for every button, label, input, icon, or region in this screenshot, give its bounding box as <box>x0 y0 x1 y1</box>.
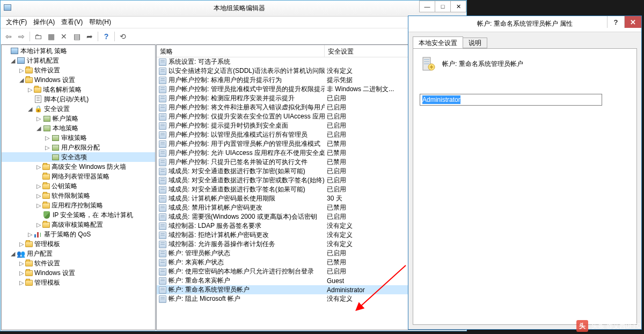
script-icon <box>35 95 41 103</box>
prop-header-row: 帐户: 重命名系统管理员帐户 <box>420 55 630 72</box>
tree-ip-security[interactable]: IP 安全策略，在 本地计算机 <box>2 210 155 220</box>
policy-name: 用户帐户控制: 将文件和注册表写入错误虚拟化到每用户位置 <box>169 103 325 112</box>
tree-adv-audit[interactable]: ▷高级审核策略配置 <box>2 220 155 229</box>
policy-name: 以安全描述符定义语言(SDDL)语法表示的计算机访问限制 <box>169 66 325 76</box>
details-button[interactable]: ▦ <box>45 31 57 42</box>
tree-software-settings[interactable]: ▷软件设置 <box>2 65 155 75</box>
tree-account-policy[interactable]: ▷帐户策略 <box>2 114 155 123</box>
tree-user-rights[interactable]: ▷用户权限分配 <box>2 143 155 152</box>
tree-dns-policy[interactable]: ▷域名解析策略 <box>2 85 155 94</box>
tree-security-options[interactable]: 安全选项 <box>2 152 155 162</box>
tab-explain[interactable]: 说明 <box>463 38 487 48</box>
policy-icon <box>159 268 166 276</box>
tree-security-settings[interactable]: ◢🔒安全设置 <box>2 104 155 114</box>
policy-icon <box>159 250 166 257</box>
folder-icon <box>42 164 50 170</box>
folder-icon <box>42 174 50 180</box>
tab-local-security[interactable]: 本地安全设置 <box>413 36 463 48</box>
people-icon: 👥 <box>17 249 25 258</box>
tree-label: 网络列表管理器策略 <box>52 172 109 181</box>
tree-user-config[interactable]: ◢👥用户配置 <box>2 249 155 258</box>
tree-label: 高级安全 Windows 防火墙 <box>52 162 126 172</box>
book-icon <box>52 145 59 151</box>
close-button[interactable]: ✕ <box>450 1 466 12</box>
tree-app-control[interactable]: ▷应用程序控制策略 <box>2 201 155 210</box>
prop-titlebar[interactable]: 帐户: 重命名系统管理员帐户 属性 ? ✕ <box>408 16 641 32</box>
tree-netlist-mgr[interactable]: 网络列表管理器策略 <box>2 172 155 181</box>
tree-user-admin[interactable]: ▷管理模板 <box>2 278 155 287</box>
tree-root[interactable]: 本地计算机 策略 <box>2 46 155 56</box>
policy-name: 系统设置: 可选子系统 <box>169 57 230 66</box>
tree-soft-restrict[interactable]: ▷软件限制策略 <box>2 191 155 201</box>
policy-icon <box>159 186 166 194</box>
tree-audit-policy[interactable]: ▷审核策略 <box>2 133 155 143</box>
admin-name-input[interactable]: Administrator <box>420 94 602 106</box>
prop-close-button[interactable]: ✕ <box>624 16 641 28</box>
gpedit-main-window: 本地组策略编辑器 — □ ✕ 文件(F) 操作(A) 查看(V) 帮助(H) ⇦… <box>0 0 467 331</box>
policy-icon <box>159 195 166 203</box>
policy-icon <box>159 204 166 212</box>
folder-icon <box>25 270 33 276</box>
input-selection: Administrator <box>422 95 460 104</box>
book-icon <box>52 135 59 141</box>
policy-name: 用户帐户控制: 仅提升安装在安全位置的 UIAccess 应用程序 <box>169 112 325 121</box>
tree-windows-settings[interactable]: ◢Windows 设置 <box>2 75 155 85</box>
policy-name: 域控制器: 拒绝计算机帐户密码更改 <box>169 231 269 240</box>
properties-button[interactable]: ▤ <box>71 31 83 42</box>
tree-label: IP 安全策略，在 本地计算机 <box>53 211 133 220</box>
col-header-policy[interactable]: 策略 <box>157 45 325 57</box>
up-button[interactable]: 🗀 <box>32 31 44 42</box>
export-button[interactable]: ➦ <box>84 31 96 42</box>
help-button[interactable]: ? <box>100 31 112 42</box>
policy-icon <box>159 286 166 294</box>
prop-body: 本地安全设置 说明 帐户: 重命名系统管理员帐户 Administrator <box>408 32 641 329</box>
tree-panel[interactable]: 本地计算机 策略 ◢计算机配置 ▷软件设置 ◢Windows 设置 ▷域名解析策… <box>1 44 156 330</box>
policy-icon <box>159 104 166 112</box>
nav-back-button[interactable]: ⇦ <box>3 31 14 42</box>
tree-scripts[interactable]: 脚本(启动/关机) <box>2 94 155 104</box>
menu-view[interactable]: 查看(V) <box>58 17 86 28</box>
tree-label: 用户配置 <box>27 249 53 258</box>
tree-computer-config[interactable]: ◢计算机配置 <box>2 56 155 65</box>
prop-title: 帐户: 重命名系统管理员帐户 属性 <box>408 19 641 28</box>
toolbar-separator <box>30 32 30 41</box>
tree-label: 用户权限分配 <box>61 143 100 152</box>
folder-icon <box>42 222 50 228</box>
menu-help[interactable]: 帮助(H) <box>86 17 114 28</box>
menu-action[interactable]: 操作(A) <box>30 17 58 28</box>
folder-icon <box>25 241 33 247</box>
tree-label: 安全设置 <box>44 105 70 114</box>
policy-icon <box>159 232 166 239</box>
policy-name: 域成员: 对安全通道数据进行数字签名(如果可能) <box>169 185 305 194</box>
minimize-button[interactable]: — <box>419 1 435 12</box>
policy-name: 帐户: 重命名系统管理员帐户 <box>169 285 250 294</box>
policy-icon <box>159 277 166 285</box>
policy-name: 帐户: 管理员帐户状态 <box>169 249 230 258</box>
tree-user-software[interactable]: ▷软件设置 <box>2 258 155 268</box>
policy-name: 用户帐户控制: 用于内置管理员帐户的管理员批准模式 <box>169 139 320 149</box>
refresh-button[interactable]: ⟲ <box>117 31 129 42</box>
policy-icon <box>159 68 166 75</box>
maximize-button[interactable]: □ <box>435 1 451 12</box>
svg-rect-4 <box>424 63 429 64</box>
tree-public-key[interactable]: ▷公钥策略 <box>2 181 155 191</box>
policy-name: 帐户: 阻止 Microsoft 帐户 <box>169 294 240 303</box>
tree-user-windows[interactable]: ▷Windows 设置 <box>2 268 155 278</box>
nav-forward-button[interactable]: ⇨ <box>16 31 27 42</box>
menu-file[interactable]: 文件(F) <box>3 17 30 28</box>
prop-tabs: 本地安全设置 说明 <box>413 36 637 48</box>
tree-admin-templates[interactable]: ▷管理模板 <box>2 239 155 249</box>
window-controls: — □ ✕ <box>420 1 466 12</box>
watermark: 头 头条 @艾西0FF0 <box>576 320 641 332</box>
policy-name: 帐户: 来宾帐户状态 <box>169 258 224 267</box>
tree-qos[interactable]: ▷基于策略的 QoS <box>2 229 155 239</box>
prop-help-button[interactable]: ? <box>607 16 624 28</box>
delete-button[interactable]: ✕ <box>58 31 70 42</box>
tab-content: 帐户: 重命名系统管理员帐户 Administrator <box>413 48 637 325</box>
tree-adv-firewall[interactable]: ▷高级安全 Windows 防火墙 <box>2 162 155 172</box>
policy-icon <box>159 131 166 139</box>
server-icon <box>420 55 437 72</box>
main-titlebar[interactable]: 本地组策略编辑器 — □ ✕ <box>1 1 466 17</box>
tree-local-policy[interactable]: ◢本地策略 <box>2 123 155 133</box>
policy-name: 域控制器: LDAP 服务器签名要求 <box>169 221 261 231</box>
